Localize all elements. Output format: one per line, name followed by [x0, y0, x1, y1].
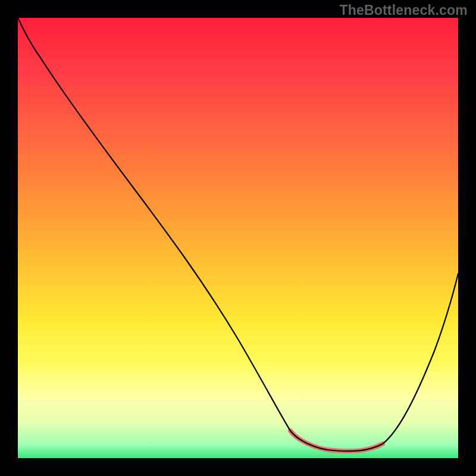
- bottleneck-curve: [18, 18, 458, 451]
- highlight-segment: [290, 431, 383, 451]
- curve-svg: [18, 18, 458, 458]
- plot-area: [18, 18, 458, 458]
- watermark-text: TheBottleneck.com: [339, 2, 468, 18]
- chart-frame: TheBottleneck.com: [0, 0, 476, 476]
